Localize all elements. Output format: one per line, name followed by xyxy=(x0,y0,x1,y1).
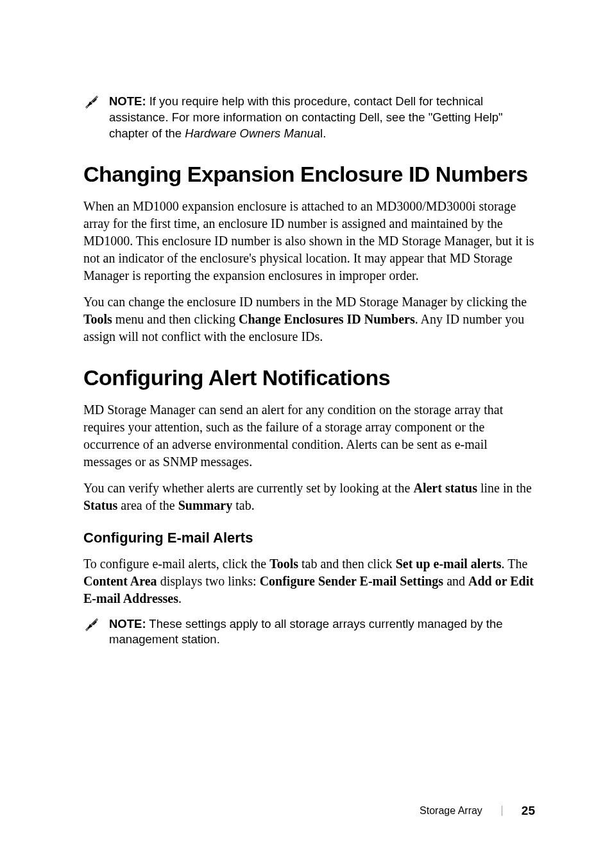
section1-para1: When an MD1000 expansion enclosure is at… xyxy=(83,198,535,284)
sub-mid2: . The xyxy=(502,557,528,571)
note-body: These settings apply to all storage arra… xyxy=(109,617,503,647)
section2-para2: You can verify whether alerts are curren… xyxy=(83,480,535,514)
s2p2-suffix: tab. xyxy=(232,498,254,512)
s2p2-bold-alert: Alert status xyxy=(413,481,477,495)
s2p2-bold-status: Status xyxy=(83,498,117,512)
s2p2-mid2: area of the xyxy=(117,498,178,512)
para2-bold-change: Change Enclosures ID Numbers xyxy=(239,312,415,326)
note-icon xyxy=(83,616,100,633)
s2p2-prefix: You can verify whether alerts are curren… xyxy=(83,481,413,495)
note-block-1: NOTE: If you require help with this proc… xyxy=(83,94,535,142)
para2-prefix: You can change the enclosure ID numbers … xyxy=(83,295,527,309)
note-body-after: l. xyxy=(320,126,326,140)
footer-section-name: Storage Array xyxy=(420,805,482,817)
s2p2-bold-summary: Summary xyxy=(178,498,232,512)
page-footer: Storage Array 25 xyxy=(420,804,535,818)
sub-prefix: To configure e-mail alerts, click the xyxy=(83,557,269,571)
para2-mid: menu and then clicking xyxy=(112,312,239,326)
note-italic: Hardware Owners Manua xyxy=(185,126,320,140)
sub-bold-tools: Tools xyxy=(269,557,298,571)
note-icon xyxy=(83,94,100,110)
subsection-para: To configure e-mail alerts, click the To… xyxy=(83,555,535,607)
footer-divider xyxy=(502,806,502,816)
note-block-2: NOTE: These settings apply to all storag… xyxy=(83,616,535,648)
note-text-1: NOTE: If you require help with this proc… xyxy=(109,94,535,142)
sub-bold-content: Content Area xyxy=(83,574,157,588)
sub-mid4: and xyxy=(443,574,468,588)
note-text-2: NOTE: These settings apply to all storag… xyxy=(109,616,535,648)
heading-configuring-alerts: Configuring Alert Notifications xyxy=(83,365,535,391)
sub-bold-setup: Set up e-mail alerts xyxy=(396,557,502,571)
note-label: NOTE: xyxy=(109,617,146,630)
sub-bold-configure: Configure Sender E-mail Settings xyxy=(260,574,444,588)
note-label: NOTE: xyxy=(109,94,146,108)
page-number: 25 xyxy=(522,804,535,818)
heading-changing-enclosure-id: Changing Expansion Enclosure ID Numbers xyxy=(83,161,535,187)
sub-suffix: . xyxy=(178,591,182,605)
subheading-email-alerts: Configuring E-mail Alerts xyxy=(83,530,535,546)
s2p2-mid1: line in the xyxy=(477,481,532,495)
sub-mid3: displays two links: xyxy=(157,574,260,588)
section2-para1: MD Storage Manager can send an alert for… xyxy=(83,401,535,471)
page-content: NOTE: If you require help with this proc… xyxy=(0,0,612,648)
para2-bold-tools: Tools xyxy=(83,312,112,326)
sub-mid1: tab and then click xyxy=(298,557,396,571)
section1-para2: You can change the enclosure ID numbers … xyxy=(83,293,535,345)
